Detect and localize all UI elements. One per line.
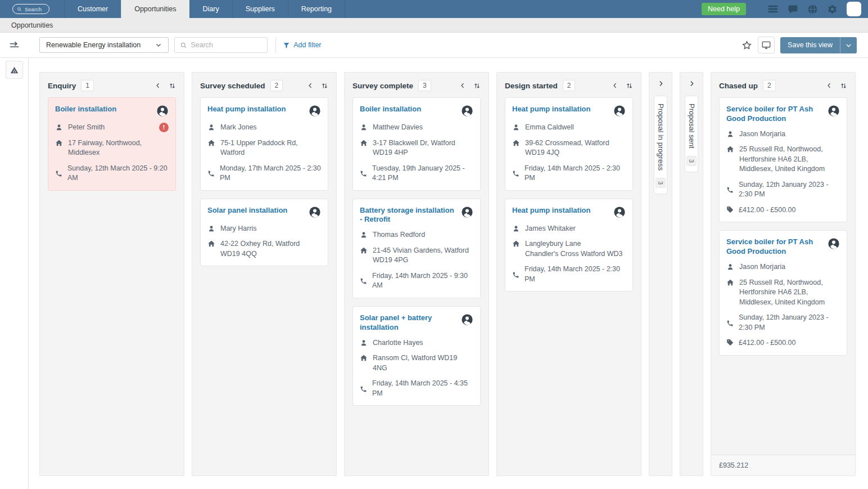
opportunity-card[interactable]: Battery storage installation - RetrofitT… (352, 199, 481, 298)
card-header: Heat pump installation (512, 206, 626, 218)
opportunity-card[interactable]: Heat pump installationJames WhitakerLang… (505, 199, 633, 292)
address-text: 17 Fairway, Northwood, Middlesex (68, 138, 169, 158)
sort-column-icon[interactable] (473, 82, 481, 89)
address-text: Ransom Cl, Watford WD19 4NG (373, 353, 473, 373)
column-cards: Heat pump installationMark Jones75-1 Upp… (192, 96, 336, 475)
tab-diary[interactable]: Diary (189, 0, 232, 18)
phone-icon (360, 170, 367, 177)
address-text: 3-17 Blackwell Dr, Watford WD19 4HP (373, 138, 473, 158)
kanban-column: Design started2Heat pump installationEmm… (496, 72, 641, 476)
user-avatar[interactable] (847, 2, 861, 16)
collapse-column-icon[interactable] (612, 82, 618, 89)
contact-name: Matthew Davies (373, 123, 473, 133)
chat-icon[interactable] (788, 4, 798, 15)
column-title: Enquiry (48, 82, 76, 90)
save-view-split-button: Save this view (780, 37, 857, 53)
expand-sidebar-icon[interactable] (9, 40, 20, 51)
menu-icon[interactable] (767, 3, 779, 15)
expand-column-icon[interactable] (657, 80, 664, 87)
contact-name: Peter Smith (68, 123, 154, 133)
gear-icon[interactable] (827, 4, 838, 15)
breadcrumb: Opportunities (11, 21, 53, 29)
contact-name: Mary Harris (220, 224, 321, 234)
card-title: Heat pump installation (512, 206, 590, 216)
home-icon (360, 246, 368, 254)
kanban-column-collapsed: Proposal sent3 (680, 72, 703, 476)
need-help-button[interactable]: Need help (702, 3, 746, 15)
sort-column-icon[interactable] (840, 82, 847, 89)
opportunity-card[interactable]: Solar panel + battery installationCharlo… (352, 306, 481, 406)
pipeline-filter-select[interactable]: Renewable Energy installation (39, 37, 169, 53)
card-title: Heat pump installation (207, 105, 286, 114)
card-datetime-row: Sunday, 12th March 2025 - 9:20 AM (55, 164, 169, 183)
assignee-avatar-icon[interactable] (461, 313, 473, 326)
card-price-row: £412.00 - £500.00 (726, 338, 840, 348)
price-range-text: £412.00 - £500.00 (739, 205, 840, 216)
collapsed-column-pill[interactable]: Proposal sent3 (685, 96, 698, 172)
address-text: 21-45 Vivian Gardens, Watford WD19 4PG (373, 246, 473, 266)
board-search-input[interactable] (191, 41, 262, 49)
assignee-avatar-icon[interactable] (461, 105, 473, 117)
opportunity-card[interactable]: Boiler installationPeter Smith!17 Fairwa… (48, 97, 176, 191)
assignee-avatar-icon[interactable] (613, 105, 626, 117)
opportunity-card[interactable]: Heat pump installationEmma Caldwell39-62… (505, 97, 633, 191)
assignee-avatar-icon[interactable] (156, 105, 169, 117)
expand-column-icon[interactable] (688, 80, 695, 87)
person-icon (207, 123, 215, 131)
column-count-badge: 1 (81, 80, 94, 91)
card-datetime-row: Friday, 14th March 2025 - 4:35 PM (360, 379, 473, 398)
card-contact-row: Emma Caldwell (512, 123, 626, 133)
opportunity-card[interactable]: Service boiler for PT Ash Good Productio… (719, 97, 847, 222)
assignee-avatar-icon[interactable] (828, 105, 840, 117)
collapse-column-icon[interactable] (155, 82, 161, 89)
assignee-avatar-icon[interactable] (309, 105, 321, 117)
opportunity-card[interactable]: Boiler installationMatthew Davies3-17 Bl… (352, 97, 481, 191)
opportunity-card[interactable]: Solar panel installationMary Harris42-22… (200, 199, 328, 267)
display-view-button[interactable] (758, 37, 775, 53)
save-view-button[interactable]: Save this view (780, 37, 840, 53)
opportunity-card[interactable]: Service boiler for PT Ash Good Productio… (719, 230, 847, 355)
card-contact-row: Mark Jones (207, 123, 321, 133)
tab-reporting[interactable]: Reporting (288, 0, 345, 18)
card-header: Boiler installation (55, 105, 169, 117)
collapse-column-icon[interactable] (826, 82, 833, 89)
tab-suppliers[interactable]: Suppliers (232, 0, 288, 18)
top-navbar: Search Customer Opportunities Diary Supp… (0, 0, 868, 18)
column-title: Chased up (719, 82, 758, 90)
card-datetime-row: Sunday, 12th January 2023 - 2:30 PM (726, 180, 840, 200)
sort-column-icon[interactable] (169, 82, 176, 89)
column-title: Survey complete (352, 82, 413, 90)
globe-icon[interactable] (807, 4, 818, 15)
contact-name: James Whitaker (525, 224, 626, 234)
home-icon (207, 139, 215, 147)
card-header: Boiler installation (360, 105, 473, 117)
pipeline-view-button[interactable] (6, 61, 23, 79)
opportunity-card[interactable]: Heat pump installationMark Jones75-1 Upp… (200, 97, 328, 191)
column-cards: Heat pump installationEmma Caldwell39-62… (497, 96, 641, 475)
save-view-dropdown-button[interactable] (840, 37, 857, 53)
assignee-avatar-icon[interactable] (461, 206, 473, 218)
add-filter-button[interactable]: Add filter (283, 41, 321, 49)
sort-column-icon[interactable] (321, 82, 328, 89)
home-icon (207, 240, 215, 248)
card-address-row: 39-62 Crossmead, Watford WD19 4JQ (512, 138, 626, 158)
column-header-actions (459, 82, 481, 89)
tab-opportunities[interactable]: Opportunities (121, 0, 189, 18)
collapse-column-icon[interactable] (307, 82, 314, 89)
datetime-text: Sunday, 12th January 2023 - 2:30 PM (739, 313, 840, 333)
card-datetime-row: Friday, 14th March 2025 - 9:30 AM (360, 271, 473, 291)
assignee-avatar-icon[interactable] (828, 237, 840, 250)
tab-customer[interactable]: Customer (64, 0, 121, 18)
sort-column-icon[interactable] (626, 82, 633, 89)
datetime-text: Sunday, 12th January 2023 - 2:30 PM (739, 180, 840, 200)
kanban-column: Chased up2Service boiler for PT Ash Good… (711, 72, 856, 476)
divider (275, 37, 276, 53)
collapsed-column-pill[interactable]: Proposal in progress3 (654, 96, 667, 194)
card-contact-row: Jason Morjaria (726, 262, 840, 272)
assignee-avatar-icon[interactable] (613, 206, 626, 218)
alert-icon: ! (159, 123, 169, 132)
assignee-avatar-icon[interactable] (309, 206, 321, 218)
collapse-column-icon[interactable] (459, 82, 466, 89)
favorite-star-icon[interactable] (742, 40, 752, 51)
global-search-input[interactable]: Search (12, 4, 49, 14)
